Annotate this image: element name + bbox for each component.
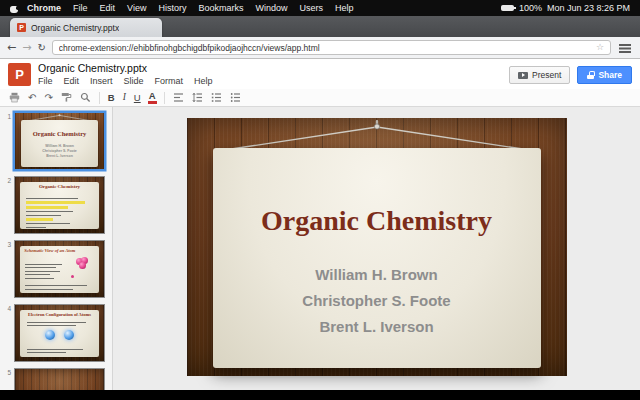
screen: Chrome File Edit View History Bookmarks … [0,0,640,400]
share-label: Share [598,70,622,80]
toolbar-separator [164,92,165,104]
slide-number: 2 [2,176,14,234]
mini-slide-title: Organic Chemistry [20,184,98,189]
slide-number: 1 [2,112,14,170]
apple-logo-icon[interactable] [10,4,18,13]
menu-insert[interactable]: Insert [90,75,113,87]
mini-slide-title: Schematic View of an Atom [24,248,75,253]
header-buttons: Present Share [509,66,632,84]
electron-dot-icon [71,275,74,278]
mini-text-lines [25,261,64,279]
filmstrip-row-4: 4 Electron Configuration of Atoms [2,304,109,362]
bottom-black-bar [0,390,640,400]
mini-text-lines [27,346,93,353]
electron-spheres-icon [20,330,98,340]
header-middle: Organic Chemistry.pptx File Edit Insert … [38,62,224,87]
menu-file[interactable]: File [38,75,53,87]
redo-icon[interactable]: ↷ [44,93,52,103]
current-slide[interactable]: Organic Chemistry William H. Brown Chris… [187,118,567,376]
filmstrip-row-2: 2 Organic Chemistry [2,176,109,234]
toolbar-separator [99,92,100,104]
present-label: Present [532,70,561,80]
menubar-item-view[interactable]: View [121,3,152,13]
menubar-item-history[interactable]: History [152,3,192,13]
mini-text-lines [25,283,94,290]
chrome-address-bar: ← → ↻ chrome-extension://ehibbfinohgbchi… [0,37,640,59]
slide-authors-textbox[interactable]: William H. Brown Christopher S. Foote Br… [213,262,541,340]
menubar-item-file[interactable]: File [67,3,94,13]
lock-icon [587,71,594,79]
bookmark-star-icon[interactable]: ☆ [596,43,604,52]
url-omnibox[interactable]: chrome-extension://ehibbfinohgbchigdbfpi… [52,40,611,55]
text-color-button[interactable]: A [149,91,156,104]
slides-toolbar: ↶ ↷ B I U A [0,89,640,107]
print-icon[interactable] [9,92,20,103]
url-text: chrome-extension://ehibbfinohgbchigdbfpi… [59,43,591,53]
slide-editor-canvas[interactable]: Organic Chemistry William H. Brown Chris… [113,107,640,390]
undo-icon[interactable]: ↶ [28,93,36,103]
mini-panel: Electron Configuration of Atoms [20,310,98,357]
mini-panel: Organic Chemistry [20,182,98,229]
filmstrip-row-3: 3 Schematic View of an Atom [2,240,109,298]
slides-app-header: P Organic Chemistry.pptx File Edit Inser… [0,59,640,89]
mini-panel: Schematic View of an Atom [20,246,98,293]
tab-favicon-icon: P [17,23,26,32]
present-screen-icon [518,72,528,79]
battery-percent[interactable]: 100% [519,3,542,13]
menu-help[interactable]: Help [194,75,213,87]
slide-thumbnail-4[interactable]: Electron Configuration of Atoms [14,304,105,362]
menu-edit[interactable]: Edit [64,75,80,87]
filmstrip-row-1: 1 Organic Chemistry William H. Brown Chr… [2,112,109,170]
italic-button[interactable]: I [123,93,126,103]
slide-title-textbox[interactable]: Organic Chemistry [213,205,541,237]
chrome-tab-bar: P Organic Chemistry.pptx [0,16,640,37]
browser-tab[interactable]: P Organic Chemistry.pptx [10,18,162,37]
menubar-item-window[interactable]: Window [249,3,293,13]
numbered-list-icon[interactable] [211,92,222,103]
slide-thumbnail-3[interactable]: Schematic View of an Atom [14,240,105,298]
menu-slide[interactable]: Slide [124,75,144,87]
menu-format[interactable]: Format [155,75,184,87]
filmstrip-row-5: 5 [2,368,109,390]
slide-number: 5 [2,368,14,390]
reload-icon[interactable]: ↻ [37,43,45,53]
mini-slide-authors: William H. Brown Christopher S. Foote Br… [21,144,98,159]
share-button[interactable]: Share [577,66,632,84]
mini-slide-title: Organic Chemistry [21,130,98,137]
slide-filmstrip: 1 Organic Chemistry William H. Brown Chr… [0,107,113,390]
slide-thumbnail-5[interactable] [14,368,105,390]
slide-number: 4 [2,304,14,362]
chrome-menu-icon[interactable] [619,43,631,53]
slide-number: 3 [2,240,14,298]
forward-icon[interactable]: → [22,42,31,53]
menubar-item-edit[interactable]: Edit [94,3,122,13]
menubar-status-area: 100% Mon Jun 23 8:26 PM [501,3,630,13]
atom-cluster-icon [76,257,89,270]
line-spacing-icon[interactable] [192,92,203,103]
bold-button[interactable]: B [108,93,115,103]
zoom-icon[interactable] [80,92,91,103]
powerpoint-logo-icon: P [8,63,31,86]
menubar-item-bookmarks[interactable]: Bookmarks [192,3,249,13]
mini-text-lines [26,195,93,228]
slide-thumbnail-2[interactable]: Organic Chemistry [14,176,105,234]
back-icon[interactable]: ← [7,42,16,53]
document-title[interactable]: Organic Chemistry.pptx [38,62,224,75]
app-menu-bar: File Edit Insert Slide Format Help [38,75,224,87]
slide-panel: Organic Chemistry William H. Brown Chris… [213,148,541,368]
macos-menu-bar: Chrome File Edit View History Bookmarks … [0,0,640,16]
menubar-clock[interactable]: Mon Jun 23 8:26 PM [547,3,630,13]
underline-button[interactable]: U [134,93,141,103]
battery-icon[interactable] [501,5,514,11]
present-button[interactable]: Present [509,66,570,84]
mini-slide-title: Electron Configuration of Atoms [20,312,98,317]
menubar-item-help[interactable]: Help [329,3,360,13]
content-area: 1 Organic Chemistry William H. Brown Chr… [0,107,640,390]
menubar-item-users[interactable]: Users [293,3,329,13]
mini-panel: Organic Chemistry William H. Brown Chris… [21,120,98,167]
bulleted-list-icon[interactable] [230,92,241,103]
menubar-app-name[interactable]: Chrome [21,3,67,13]
paint-format-icon[interactable] [61,92,72,103]
slide-thumbnail-1[interactable]: Organic Chemistry William H. Brown Chris… [14,112,105,170]
align-icon[interactable] [173,92,184,103]
